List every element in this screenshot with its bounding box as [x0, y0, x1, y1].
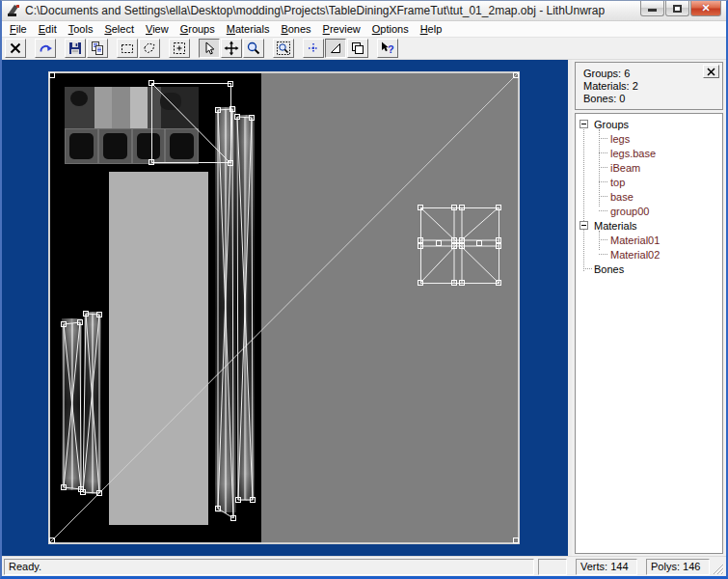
stats-box: Groups: 6 Materials: 2 Bones: 0: [575, 62, 723, 110]
zoom-icon: [246, 41, 261, 56]
move-icon: [224, 41, 239, 56]
arrange-button[interactable]: [347, 39, 368, 58]
menu-item-materials[interactable]: Materials: [221, 22, 276, 36]
menu-item-tools[interactable]: Tools: [63, 22, 99, 36]
tree-item-bones[interactable]: Bones: [578, 262, 722, 276]
menu-item-view[interactable]: View: [140, 22, 175, 36]
side-panel: Groups: 6 Materials: 2 Bones: 0 Groups l…: [572, 60, 726, 556]
redo-icon: [38, 41, 53, 56]
stats-materials: Materials: 2: [583, 80, 722, 93]
close-button[interactable]: ✕: [690, 1, 721, 16]
delete-icon: [8, 41, 23, 56]
main-area: Groups: 6 Materials: 2 Bones: 0 Groups l…: [2, 60, 726, 556]
select-free-icon: [142, 41, 157, 56]
tree-item-group00[interactable]: group00: [578, 204, 722, 218]
copy-button[interactable]: [87, 39, 108, 58]
arrange-icon: [350, 41, 365, 56]
maximize-button[interactable]: [665, 1, 689, 16]
tree-item-legs[interactable]: legs: [578, 131, 722, 146]
menu-item-help[interactable]: Help: [415, 22, 448, 36]
status-verts: Verts: 144: [576, 559, 637, 575]
tree-item-material02[interactable]: Material02: [578, 247, 722, 262]
minimize-icon: [648, 9, 657, 12]
status-bar: Ready. Verts: 144 Polys: 146: [2, 556, 726, 576]
uv-canvas[interactable]: [2, 60, 568, 556]
face-mode-button[interactable]: [325, 39, 346, 58]
face-mode-icon: [328, 41, 343, 56]
save-button[interactable]: [65, 39, 86, 58]
tree-item-base[interactable]: base: [578, 189, 722, 204]
menu-item-edit[interactable]: Edit: [33, 22, 63, 36]
tree-item-material01[interactable]: Material01: [578, 233, 722, 247]
maximize-icon: [673, 5, 682, 13]
collapse-icon[interactable]: [580, 120, 588, 128]
close-icon: ✕: [701, 1, 710, 15]
menu-item-preview[interactable]: Preview: [317, 22, 366, 36]
panel-close-button[interactable]: [703, 65, 719, 78]
context-help-icon: ?: [380, 41, 395, 56]
copy-icon: [90, 41, 105, 56]
status-ready: Ready.: [4, 559, 534, 575]
title-bar[interactable]: C:\Documents and Settings\ella\Desktop\m…: [2, 1, 726, 21]
vertex-mode-button[interactable]: [303, 39, 324, 58]
select-rectangle-icon: [120, 41, 135, 56]
panel-close-icon: [707, 68, 715, 76]
zoom-region-icon: [276, 41, 291, 56]
select-free-button[interactable]: [139, 39, 160, 58]
stats-bones: Bones: 0: [583, 93, 722, 105]
zoom-button[interactable]: [243, 39, 264, 58]
select-expand-button[interactable]: [169, 39, 190, 58]
uv-wireframe: [49, 72, 519, 543]
status-polys: Polys: 146: [646, 559, 710, 575]
redo-button[interactable]: [35, 39, 56, 58]
window-title: C:\Documents and Settings\ella\Desktop\m…: [25, 4, 605, 17]
app-icon: [6, 3, 21, 18]
menu-item-bones[interactable]: Bones: [275, 22, 316, 36]
menu-item-file[interactable]: File: [4, 22, 33, 36]
pointer-icon: [202, 41, 217, 56]
zoom-region-button[interactable]: [273, 39, 294, 58]
menu-item-groups[interactable]: Groups: [175, 22, 221, 36]
resize-grip[interactable]: [712, 559, 724, 575]
stats-groups: Groups: 6: [583, 68, 722, 80]
uv-texture-square: [49, 72, 519, 543]
tree-item-ibeam[interactable]: iBeam: [578, 160, 722, 175]
tree-view: Groups legs legs.base iBeam top base gro…: [575, 113, 723, 554]
select-expand-icon: [172, 41, 187, 56]
context-help-button[interactable]: ?: [377, 39, 398, 58]
status-empty-panel: [538, 559, 567, 575]
menu-item-options[interactable]: Options: [366, 22, 415, 36]
tree-item-top[interactable]: top: [578, 175, 722, 189]
menu-bar: File Edit Tools Select View Groups Mater…: [2, 21, 726, 38]
pointer-button[interactable]: [199, 39, 220, 58]
collapse-icon[interactable]: [580, 221, 588, 230]
vertex-mode-icon: [306, 41, 321, 56]
menu-item-select[interactable]: Select: [98, 22, 140, 36]
delete-button[interactable]: [5, 39, 26, 58]
toolbar: ?: [2, 38, 726, 60]
move-button[interactable]: [221, 39, 242, 58]
tree-item-legs-base[interactable]: legs.base: [578, 146, 722, 160]
save-icon: [67, 41, 83, 56]
minimize-button[interactable]: [640, 1, 664, 16]
select-rectangle-button[interactable]: [117, 39, 138, 58]
svg-text:?: ?: [388, 43, 394, 55]
app-window: C:\Documents and Settings\ella\Desktop\m…: [0, 0, 728, 579]
